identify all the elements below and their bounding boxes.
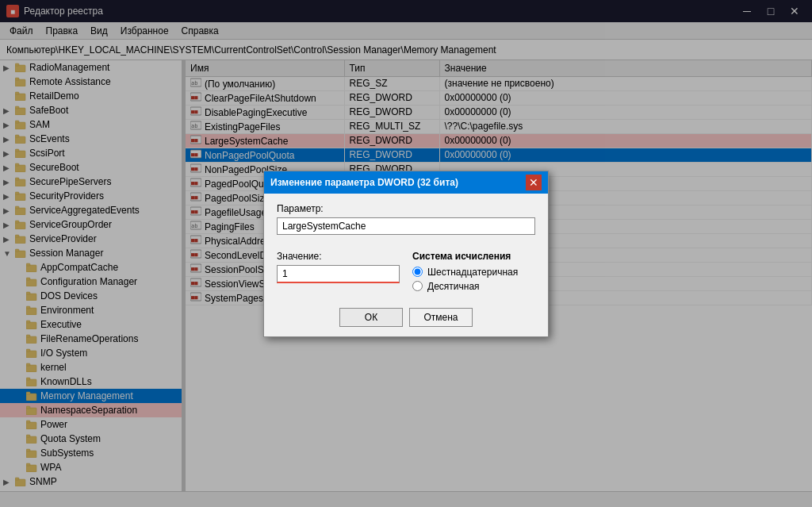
radio-hex-label: Шестнадцатеричная <box>427 267 518 278</box>
modal-buttons: ОК Отмена <box>277 308 535 327</box>
param-label: Параметр: <box>277 203 535 214</box>
param-value-field <box>277 217 535 235</box>
modal-overlay: Изменение параметра DWORD (32 бита) ✕ Па… <box>0 0 812 507</box>
modal-row: Значение: Система исчисления Шестнадцате… <box>277 251 535 295</box>
ok-button[interactable]: ОК <box>339 308 403 327</box>
radio-hex[interactable]: Шестнадцатеричная <box>412 267 535 278</box>
value-section: Значение: <box>277 251 400 295</box>
modal-title-bar: Изменение параметра DWORD (32 бита) ✕ <box>264 171 548 194</box>
modal-title: Изменение параметра DWORD (32 бита) <box>270 177 458 188</box>
radio-hex-input[interactable] <box>412 267 423 277</box>
numbase-section: Система исчисления Шестнадцатеричная Дес… <box>412 251 535 295</box>
value-label: Значение: <box>277 251 400 262</box>
cancel-button[interactable]: Отмена <box>409 308 473 327</box>
radio-dec-input[interactable] <box>412 281 423 291</box>
modal-dialog: Изменение параметра DWORD (32 бита) ✕ Па… <box>263 171 549 337</box>
modal-close-button[interactable]: ✕ <box>526 175 542 190</box>
radio-dec[interactable]: Десятичная <box>412 281 535 292</box>
system-label: Система исчисления <box>412 251 535 262</box>
value-input[interactable] <box>277 265 400 283</box>
radio-dec-label: Десятичная <box>427 281 480 292</box>
modal-body: Параметр: Значение: Система исчисления Ш… <box>264 194 548 336</box>
